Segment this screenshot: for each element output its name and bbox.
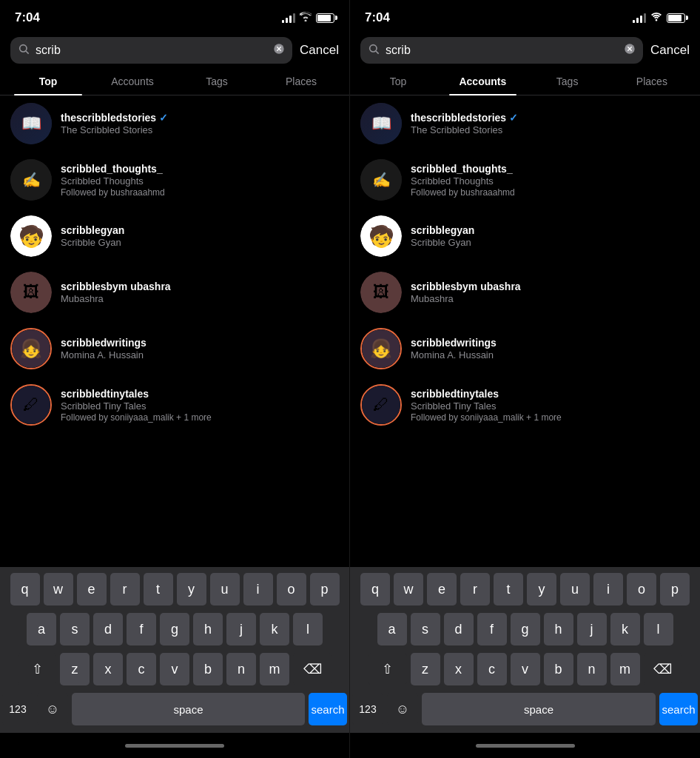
key-l-left[interactable]: l xyxy=(293,613,323,645)
account-item-right-3[interactable]: 🧒 scribblegyan Scribble Gyan xyxy=(350,208,700,264)
account-item-left-6[interactable]: 🖊 scribbledtinytales Scribbled Tiny Tale… xyxy=(0,377,349,433)
key-d-right[interactable]: d xyxy=(444,613,474,645)
key-space-left[interactable]: space xyxy=(72,693,305,725)
key-h-right[interactable]: h xyxy=(544,613,573,645)
key-i-left[interactable]: i xyxy=(243,573,273,606)
key-f-right[interactable]: f xyxy=(477,613,507,645)
key-y-left[interactable]: y xyxy=(177,573,206,606)
key-u-left[interactable]: u xyxy=(210,573,240,606)
key-k-right[interactable]: k xyxy=(610,613,640,645)
key-f-left[interactable]: f xyxy=(127,613,156,645)
key-a-left[interactable]: a xyxy=(27,613,56,645)
cancel-button-left[interactable]: Cancel xyxy=(300,43,339,58)
key-emoji-right[interactable]: ☺ xyxy=(387,693,418,725)
key-backspace-left[interactable]: ⌫ xyxy=(293,653,332,685)
key-z-right[interactable]: z xyxy=(411,653,440,685)
key-h-left[interactable]: h xyxy=(193,613,223,645)
account-item-right-1[interactable]: 📖 thescribbledstories ✓ The Scribbled St… xyxy=(350,95,700,152)
key-g-left[interactable]: g xyxy=(160,613,189,645)
account-item-left-5[interactable]: 👧 scribbledwritings Momina A. Hussain xyxy=(0,321,349,377)
key-s-left[interactable]: s xyxy=(60,613,90,645)
key-r-right[interactable]: r xyxy=(460,573,490,606)
key-t-left[interactable]: t xyxy=(144,573,173,606)
key-o-left[interactable]: o xyxy=(277,573,306,606)
key-w-right[interactable]: w xyxy=(394,573,423,606)
search-text-left[interactable]: scrib xyxy=(36,44,267,57)
key-q-right[interactable]: q xyxy=(360,573,390,606)
key-l-right[interactable]: l xyxy=(644,613,673,645)
key-backspace-right[interactable]: ⌫ xyxy=(644,653,682,685)
cancel-button-right[interactable]: Cancel xyxy=(650,43,690,58)
tab-tags-right[interactable]: Tags xyxy=(525,68,610,95)
key-b-right[interactable]: b xyxy=(544,653,573,685)
key-emoji-left[interactable]: ☺ xyxy=(37,693,68,725)
tab-accounts-left[interactable]: Accounts xyxy=(90,68,175,95)
search-text-right[interactable]: scrib xyxy=(386,44,618,57)
key-m-right[interactable]: m xyxy=(610,653,640,685)
key-x-right[interactable]: x xyxy=(444,653,474,685)
key-o-right[interactable]: o xyxy=(627,573,656,606)
key-n-right[interactable]: n xyxy=(577,653,607,685)
verified-icon-right-1: ✓ xyxy=(509,112,518,124)
key-k-left[interactable]: k xyxy=(260,613,289,645)
key-shift-right[interactable]: ⇧ xyxy=(368,653,407,685)
tab-top-right[interactable]: Top xyxy=(356,68,440,95)
account-item-right-2[interactable]: ✍ scribbled_thoughts_ Scribbled Thoughts… xyxy=(350,152,700,208)
account-item-left-3[interactable]: 🧒 scribblegyan Scribble Gyan xyxy=(0,208,349,264)
account-item-left-1[interactable]: 📖 thescribbledstories ✓ The Scribbled St… xyxy=(0,95,349,152)
key-q-left[interactable]: q xyxy=(10,573,40,606)
tab-tags-left[interactable]: Tags xyxy=(175,68,259,95)
key-g-right[interactable]: g xyxy=(511,613,540,645)
key-a-right[interactable]: a xyxy=(377,613,407,645)
account-item-right-5[interactable]: 👧 scribbledwritings Momina A. Hussain xyxy=(350,321,700,377)
key-j-right[interactable]: j xyxy=(577,613,607,645)
key-s-right[interactable]: s xyxy=(411,613,440,645)
key-n-left[interactable]: n xyxy=(226,653,256,685)
search-clear-left[interactable] xyxy=(273,43,285,58)
account-display-right-6: Scribbled Tiny Tales xyxy=(411,400,690,412)
key-123-right[interactable]: 123 xyxy=(352,693,383,725)
search-input-container-left[interactable]: scrib xyxy=(10,37,292,64)
key-c-left[interactable]: c xyxy=(127,653,156,685)
account-item-left-4[interactable]: 🖼 scribblesbym ubashra Mubashra xyxy=(0,264,349,321)
account-item-right-6[interactable]: 🖊 scribbledtinytales Scribbled Tiny Tale… xyxy=(350,377,700,433)
key-y-right[interactable]: y xyxy=(527,573,556,606)
tab-top-left[interactable]: Top xyxy=(6,68,90,95)
key-space-right[interactable]: space xyxy=(422,693,656,725)
key-123-left[interactable]: 123 xyxy=(2,693,33,725)
key-v-right[interactable]: v xyxy=(511,653,540,685)
key-search-right[interactable]: search xyxy=(659,693,698,725)
key-search-left[interactable]: search xyxy=(309,693,347,725)
left-phone-panel: 7:04 scrib xyxy=(0,0,350,758)
key-e-right[interactable]: e xyxy=(427,573,457,606)
key-v-left[interactable]: v xyxy=(160,653,189,685)
key-u-right[interactable]: u xyxy=(560,573,590,606)
key-e-left[interactable]: e xyxy=(77,573,107,606)
tab-places-left[interactable]: Places xyxy=(259,68,343,95)
key-p-right[interactable]: p xyxy=(660,573,690,606)
key-d-left[interactable]: d xyxy=(93,613,123,645)
key-m-left[interactable]: m xyxy=(260,653,289,685)
account-item-left-2[interactable]: ✍ scribbled_thoughts_ Scribbled Thoughts… xyxy=(0,152,349,208)
search-input-container-right[interactable]: scrib xyxy=(360,37,643,64)
tab-places-right[interactable]: Places xyxy=(610,68,694,95)
keyboard-right: q w e r t y u i o p a s d f g h j k l ⇧ … xyxy=(350,567,700,733)
search-clear-right[interactable] xyxy=(624,43,636,58)
key-t-right[interactable]: t xyxy=(494,573,523,606)
key-z-left[interactable]: z xyxy=(60,653,90,685)
key-j-left[interactable]: j xyxy=(226,613,256,645)
account-item-right-4[interactable]: 🖼 scribblesbym ubashra Mubashra xyxy=(350,264,700,321)
key-x-left[interactable]: x xyxy=(93,653,123,685)
key-c-right[interactable]: c xyxy=(477,653,507,685)
key-i-right[interactable]: i xyxy=(593,573,623,606)
key-w-left[interactable]: w xyxy=(44,573,73,606)
key-r-left[interactable]: r xyxy=(110,573,140,606)
account-username-left-6: scribbledtinytales xyxy=(61,388,339,400)
tab-accounts-right[interactable]: Accounts xyxy=(440,68,525,95)
key-b-left[interactable]: b xyxy=(193,653,223,685)
key-p-left[interactable]: p xyxy=(310,573,340,606)
avatar-right-6: 🖊 xyxy=(360,384,402,426)
kb-row3-right: ⇧ z x c v b n m ⌫ xyxy=(352,653,698,685)
key-shift-left[interactable]: ⇧ xyxy=(18,653,56,685)
kb-row3-left: ⇧ z x c v b n m ⌫ xyxy=(2,653,347,685)
